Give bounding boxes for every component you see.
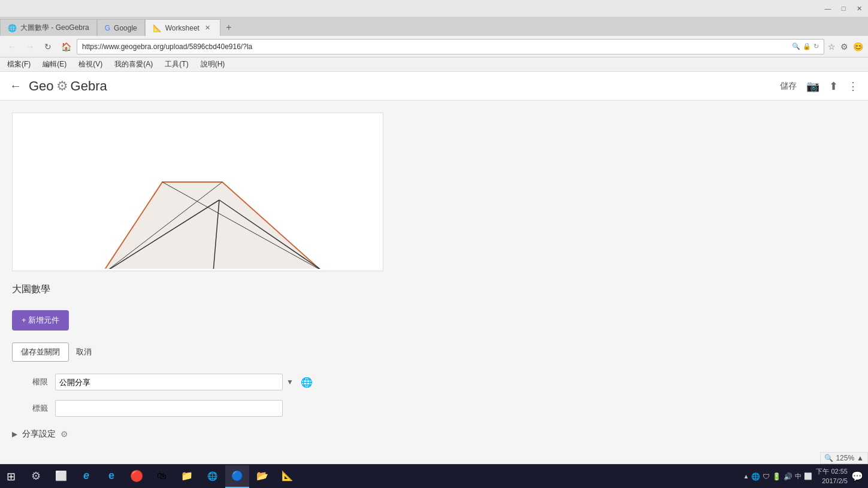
tags-row: 標籤 bbox=[12, 400, 856, 417]
share-settings-label: 分享設定 bbox=[22, 429, 56, 439]
taskbar-app-fileexplorer[interactable]: 📁 bbox=[175, 465, 199, 488]
menu-tools[interactable]: 工具(T) bbox=[162, 58, 190, 71]
screenshot-icon[interactable]: 📷 bbox=[806, 80, 819, 93]
zoom-expand-icon[interactable]: ▲ bbox=[857, 454, 864, 462]
settings-icon[interactable]: ⚙ bbox=[840, 42, 848, 51]
taskbar-layout-icon: ⬜ bbox=[804, 472, 812, 480]
forward-button[interactable]: → bbox=[23, 40, 37, 54]
zoom-icon: 🔍 bbox=[824, 454, 833, 462]
share-settings-row[interactable]: ▶ 分享設定 ⚙ bbox=[12, 426, 856, 442]
tab-google[interactable]: G Google bbox=[97, 19, 145, 36]
permissions-label: 權限 bbox=[12, 377, 48, 387]
taskbar-right: ▲ 🌐 🛡 🔋 🔊 中 ⬜ 下午 02:55 2017/2/5 💬 bbox=[743, 467, 869, 486]
tab-daguo[interactable]: 🌐 大圖數學 - GeoGebra bbox=[0, 19, 97, 36]
close-button[interactable]: ✕ bbox=[855, 4, 863, 13]
logo-gear-icon: ⚙ bbox=[56, 78, 68, 94]
share-icon[interactable]: ⬆ bbox=[829, 80, 838, 93]
permissions-dropdown-icon: ▼ bbox=[286, 378, 294, 386]
tab-label-1: 大圖數學 - GeoGebra bbox=[20, 23, 89, 33]
bookmark-star-icon[interactable]: ☆ bbox=[828, 42, 836, 51]
permissions-select[interactable]: 公開分享 只有我 特定人士 bbox=[55, 374, 283, 390]
taskbar-volume-icon[interactable]: 🔊 bbox=[784, 472, 793, 481]
tab-close-button[interactable]: ✕ bbox=[203, 23, 213, 33]
more-options-icon[interactable]: ⋮ bbox=[848, 80, 858, 93]
app-back-button[interactable]: ← bbox=[10, 79, 22, 93]
back-button[interactable]: ← bbox=[5, 40, 19, 54]
tab-label-3: Worksheet bbox=[165, 24, 199, 32]
action-row: 儲存並關閉 取消 bbox=[12, 342, 856, 362]
logo-text-gebra: Gebra bbox=[71, 78, 107, 94]
taskbar-app-taskview[interactable]: ⬜ bbox=[49, 465, 73, 488]
menu-view[interactable]: 檢視(V) bbox=[76, 58, 105, 71]
page-title: 大園數學 bbox=[12, 283, 856, 296]
tab-favicon-3: 📐 bbox=[153, 24, 162, 32]
taskbar-battery-icon: 🔋 bbox=[772, 472, 781, 481]
permissions-row: 權限 公開分享 只有我 特定人士 ▼ 🌐 bbox=[12, 374, 856, 390]
share-settings-gear-icon[interactable]: ⚙ bbox=[61, 429, 68, 439]
app-save-button[interactable]: 儲存 bbox=[780, 81, 797, 92]
menu-file[interactable]: 檔案(F) bbox=[5, 58, 33, 71]
main-content: 大園數學 + 新增元件 儲存並關閉 取消 權限 公開分享 只有我 特定人士 ▼ … bbox=[0, 101, 868, 488]
taskbar-app-geogebra[interactable]: 📐 bbox=[276, 465, 300, 488]
smiley-icon: 😊 bbox=[853, 42, 863, 51]
taskbar-app-app7[interactable]: 🌐 bbox=[200, 465, 224, 488]
url-icons: 🔍 🔒 ↻ bbox=[792, 43, 819, 50]
taskbar-expand-icon[interactable]: ▲ bbox=[743, 473, 749, 480]
taskbar-ime-label: 中 bbox=[795, 472, 802, 481]
tab-favicon-2: G bbox=[105, 24, 110, 32]
tab-worksheet[interactable]: 📐 Worksheet ✕ bbox=[145, 19, 220, 36]
add-component-button[interactable]: + 新增元件 bbox=[12, 310, 69, 331]
taskbar: ⊞ ⚙ ⬜ e e 🔴 🛍 📁 🌐 bbox=[0, 464, 868, 488]
menu-edit[interactable]: 編輯(E) bbox=[40, 58, 69, 71]
app-header-right: 儲存 📷 ⬆ ⋮ bbox=[780, 80, 858, 93]
app-header: ← Geo ⚙ Gebra 儲存 📷 ⬆ ⋮ bbox=[0, 72, 868, 101]
taskbar-apps: ⚙ ⬜ e e 🔴 🛍 📁 🌐 🔵 bbox=[22, 465, 302, 488]
url-text: https://www.geogebra.org/upload/5896cbd4… bbox=[82, 43, 790, 51]
menu-favorites[interactable]: 我的喜愛(A) bbox=[112, 58, 155, 71]
menu-bar: 檔案(F) 編輯(E) 檢視(V) 我的喜愛(A) 工具(T) 說明(H) bbox=[0, 57, 868, 72]
taskbar-sys-icons: ▲ 🌐 🛡 🔋 🔊 中 ⬜ bbox=[743, 472, 813, 481]
taskbar-network-icon: 🌐 bbox=[751, 472, 760, 481]
taskbar-app-chrome[interactable]: 🔵 bbox=[225, 465, 249, 488]
logo-text-geo: Geo bbox=[29, 78, 54, 94]
tags-input[interactable] bbox=[55, 400, 283, 417]
maximize-button[interactable]: □ bbox=[839, 4, 848, 13]
taskbar-app-settings[interactable]: ⚙ bbox=[24, 465, 48, 488]
taskbar-app-ie[interactable]: e bbox=[99, 465, 123, 488]
taskbar-app-store[interactable]: 🛍 bbox=[150, 465, 174, 488]
reload-button[interactable]: ↻ bbox=[41, 40, 55, 54]
browser-chrome: — □ ✕ 🌐 大圖數學 - GeoGebra G Google 📐 Works… bbox=[0, 0, 868, 72]
tab-label-2: Google bbox=[114, 24, 137, 32]
refresh-icon: ↻ bbox=[813, 43, 819, 50]
geo-canvas[interactable] bbox=[12, 113, 383, 271]
globe-icon[interactable]: 🌐 bbox=[301, 377, 313, 388]
svg-marker-0 bbox=[102, 182, 324, 269]
taskbar-app-edge[interactable]: e bbox=[74, 465, 98, 488]
title-bar: — □ ✕ bbox=[0, 0, 868, 17]
zoom-bar: 🔍 125% ▲ bbox=[820, 452, 868, 464]
address-bar: ← → ↻ 🏠 https://www.geogebra.org/upload/… bbox=[0, 36, 868, 57]
save-close-button[interactable]: 儲存並關閉 bbox=[12, 342, 69, 362]
url-box[interactable]: https://www.geogebra.org/upload/5896cbd4… bbox=[77, 39, 824, 54]
clock-time: 下午 02:55 bbox=[816, 467, 848, 476]
tags-label: 標籤 bbox=[12, 403, 48, 414]
minimize-button[interactable]: — bbox=[824, 4, 832, 13]
app-logo: Geo ⚙ Gebra bbox=[29, 78, 107, 94]
home-button[interactable]: 🏠 bbox=[59, 40, 73, 54]
notification-icon[interactable]: 💬 bbox=[851, 471, 863, 482]
taskbar-app-files[interactable]: 📂 bbox=[250, 465, 274, 488]
taskbar-app-app3[interactable]: 🔴 bbox=[125, 465, 149, 488]
taskbar-antivirus-icon: 🛡 bbox=[763, 472, 770, 481]
tab-favicon-1: 🌐 bbox=[8, 24, 17, 32]
clock-date: 2017/2/5 bbox=[816, 477, 848, 486]
start-button[interactable]: ⊞ bbox=[0, 466, 22, 487]
permissions-select-wrapper: 公開分享 只有我 特定人士 ▼ bbox=[55, 374, 294, 390]
new-tab-button[interactable]: + bbox=[220, 19, 237, 36]
taskbar-clock[interactable]: 下午 02:55 2017/2/5 bbox=[816, 467, 848, 486]
cancel-button[interactable]: 取消 bbox=[76, 347, 92, 357]
share-settings-chevron: ▶ bbox=[12, 430, 17, 438]
menu-help[interactable]: 說明(H) bbox=[198, 58, 228, 71]
address-right: ☆ ⚙ 😊 bbox=[828, 42, 863, 51]
tabs-bar: 🌐 大圖數學 - GeoGebra G Google 📐 Worksheet ✕… bbox=[0, 17, 868, 36]
lock-icon: 🔒 bbox=[803, 43, 811, 50]
